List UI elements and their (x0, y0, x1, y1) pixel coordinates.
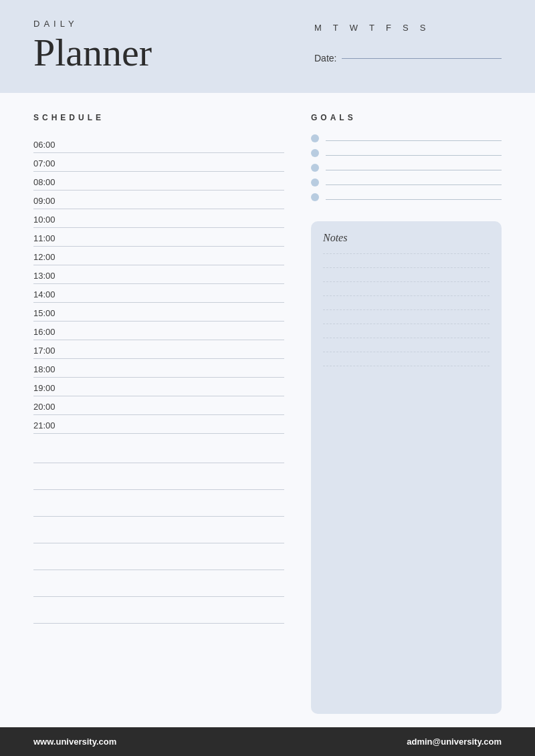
goal-dot (311, 134, 319, 142)
footer-email: admin@university.com (407, 737, 502, 747)
schedule-times: 06:0007:0008:0009:0010:0011:0012:0013:00… (33, 134, 284, 434)
time-row: 17:00 (33, 340, 284, 359)
time-row: 11:00 (33, 228, 284, 247)
time-row: 06:00 (33, 134, 284, 153)
goal-dot (311, 149, 319, 157)
schedule-extra-line (33, 466, 284, 490)
goals-list (311, 134, 502, 201)
daily-label: DAILY (33, 19, 152, 29)
time-row: 21:00 (33, 415, 284, 434)
notes-line (323, 253, 490, 254)
time-label: 10:00 (33, 215, 66, 225)
time-label: 20:00 (33, 402, 66, 412)
notes-line (323, 352, 490, 352)
notes-line (323, 267, 490, 268)
schedule-extra-line (33, 600, 284, 624)
time-label: 21:00 (33, 420, 66, 430)
notes-box: Notes (311, 221, 502, 714)
right-column: GOALS Notes (311, 113, 502, 714)
time-row: 07:00 (33, 153, 284, 172)
schedule-extra-line (33, 519, 284, 543)
time-row: 13:00 (33, 265, 284, 284)
goal-row (311, 134, 502, 142)
day-label: S (420, 23, 427, 33)
day-label: F (386, 23, 392, 33)
goal-dot (311, 193, 319, 201)
goal-row (311, 193, 502, 201)
goal-row (311, 178, 502, 186)
schedule-title: SCHEDULE (33, 113, 284, 122)
notes-line (323, 309, 490, 310)
footer: www.university.com admin@university.com (0, 727, 535, 756)
notes-line (323, 281, 490, 282)
day-label: W (350, 23, 358, 33)
time-label: 12:00 (33, 252, 66, 262)
date-line (342, 58, 502, 59)
extra-lines (33, 439, 284, 624)
schedule-column: SCHEDULE 06:0007:0008:0009:0010:0011:001… (33, 113, 284, 714)
days-row: MTWTFSS (314, 23, 426, 33)
goal-dot (311, 178, 319, 186)
time-row: 14:00 (33, 284, 284, 303)
goal-line (326, 155, 502, 156)
time-label: 19:00 (33, 383, 66, 393)
time-label: 17:00 (33, 346, 66, 356)
time-label: 14:00 (33, 289, 66, 299)
notes-line (323, 295, 490, 296)
footer-website: www.university.com (33, 737, 116, 747)
time-label: 11:00 (33, 233, 66, 243)
time-label: 15:00 (33, 308, 66, 318)
time-row: 12:00 (33, 247, 284, 265)
notes-title: Notes (323, 232, 490, 244)
date-row: Date: (314, 53, 502, 64)
day-label: M (314, 23, 322, 33)
notes-line (323, 366, 490, 366)
time-label: 09:00 (33, 196, 66, 206)
time-row: 18:00 (33, 359, 284, 378)
time-row: 10:00 (33, 209, 284, 228)
goal-line (326, 199, 502, 200)
goals-section: GOALS (311, 113, 502, 208)
schedule-extra-line (33, 573, 284, 597)
time-label: 18:00 (33, 364, 66, 374)
notes-lines (323, 253, 490, 366)
time-label: 16:00 (33, 327, 66, 337)
header: DAILY Planner MTWTFSS Date: (0, 0, 535, 93)
notes-line (323, 338, 490, 338)
time-label: 06:00 (33, 140, 66, 150)
header-right: MTWTFSS Date: (314, 19, 502, 64)
time-row: 20:00 (33, 396, 284, 415)
time-row: 09:00 (33, 191, 284, 209)
time-label: 07:00 (33, 158, 66, 168)
notes-line (323, 324, 490, 324)
goal-line (326, 140, 502, 141)
day-label: T (333, 23, 339, 33)
day-label: T (369, 23, 375, 33)
header-left: DAILY Planner (33, 19, 152, 74)
main-content: SCHEDULE 06:0007:0008:0009:0010:0011:001… (0, 93, 535, 727)
goal-line (326, 170, 502, 170)
goal-dot (311, 164, 319, 172)
goal-line (326, 184, 502, 185)
time-row: 15:00 (33, 303, 284, 322)
time-row: 16:00 (33, 322, 284, 340)
time-label: 08:00 (33, 177, 66, 187)
schedule-extra-line (33, 546, 284, 570)
day-label: S (403, 23, 409, 33)
time-row: 19:00 (33, 378, 284, 396)
goals-title: GOALS (311, 113, 502, 122)
schedule-extra-line (33, 493, 284, 517)
goal-row (311, 164, 502, 172)
schedule-extra-line (33, 439, 284, 463)
date-label: Date: (314, 53, 336, 64)
goal-row (311, 149, 502, 157)
planner-title: Planner (33, 31, 152, 74)
time-label: 13:00 (33, 271, 66, 281)
time-row: 08:00 (33, 172, 284, 191)
